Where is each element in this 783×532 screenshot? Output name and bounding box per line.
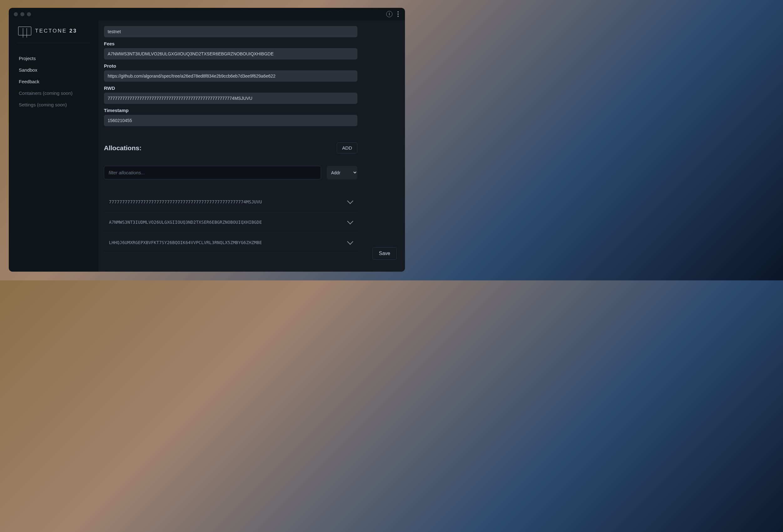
rwd-label: RWD (104, 86, 400, 91)
rwd-input[interactable] (104, 93, 357, 104)
sidebar-item-feedback[interactable]: Feedback (9, 76, 99, 87)
titlebar: i (9, 8, 405, 20)
close-window-icon[interactable] (14, 12, 18, 16)
proto-input[interactable] (104, 70, 357, 82)
allocations-title: Allocations: (104, 144, 142, 152)
allocation-address: 7777777777777777777777777777777777777777… (109, 199, 262, 205)
allocation-address: A7NMWS3NT3IUDMLVO26ULGXGIIOUQ3ND2TXSER6E… (109, 220, 262, 225)
chevron-down-icon (347, 239, 353, 245)
logo: TECTONE 23 (9, 27, 99, 43)
sidebar-item-settings: Settings (coming soon) (9, 99, 99, 111)
chevron-down-icon (347, 198, 353, 204)
app-window: i TECTONE 23 Projects Sandbox Feedback C… (9, 8, 405, 272)
titlebar-actions: i (386, 10, 400, 18)
allocation-row[interactable]: 7777777777777777777777777777777777777777… (104, 192, 357, 212)
filter-allocations-input[interactable] (104, 166, 321, 179)
add-allocation-button[interactable]: ADD (337, 143, 357, 153)
minimize-window-icon[interactable] (20, 12, 24, 16)
sort-select[interactable]: Addr (327, 166, 357, 179)
fees-label: Fees (104, 41, 400, 46)
logo-icon (18, 27, 31, 35)
timestamp-input[interactable] (104, 115, 357, 126)
logo-text: TECTONE 23 (35, 28, 77, 34)
fees-input[interactable] (104, 48, 357, 59)
sidebar-item-projects[interactable]: Projects (9, 53, 99, 64)
allocations-list: 7777777777777777777777777777777777777777… (104, 192, 357, 253)
fees-field-group: Fees (104, 41, 400, 59)
proto-field-group: Proto (104, 63, 400, 82)
sidebar-item-containers: Containers (coming soon) (9, 87, 99, 99)
window-controls (14, 12, 31, 16)
network-field-group (104, 26, 400, 37)
allocations-header: Allocations: ADD (104, 143, 357, 153)
main-content: Fees Proto RWD Timestamp Allocations: AD… (99, 20, 405, 272)
timestamp-label: Timestamp (104, 108, 400, 113)
divider (17, 43, 90, 43)
allocations-filter-row: Addr (104, 166, 357, 179)
kebab-menu-icon[interactable] (396, 10, 400, 18)
allocation-address: LHHQJ6UMXRGEPXBVFKT7SY26BQOIK64VVPCLVRL3… (109, 240, 262, 245)
maximize-window-icon[interactable] (27, 12, 31, 16)
rwd-field-group: RWD (104, 86, 400, 104)
allocation-row[interactable]: A7NMWS3NT3IUDMLVO26ULGXGIIOUQ3ND2TXSER6E… (104, 212, 357, 232)
info-icon[interactable]: i (386, 11, 393, 17)
allocation-row[interactable]: LHHQJ6UMXRGEPXBVFKT7SY26BQOIK64VVPCLVRL3… (104, 232, 357, 253)
app-body: TECTONE 23 Projects Sandbox Feedback Con… (9, 20, 405, 272)
proto-label: Proto (104, 63, 400, 68)
sidebar-item-sandbox[interactable]: Sandbox (9, 64, 99, 76)
save-button[interactable]: Save (372, 247, 397, 260)
chevron-down-icon (347, 218, 353, 224)
timestamp-field-group: Timestamp (104, 108, 400, 126)
sidebar: TECTONE 23 Projects Sandbox Feedback Con… (9, 20, 99, 272)
network-input[interactable] (104, 26, 357, 37)
sidebar-nav: Projects Sandbox Feedback Containers (co… (9, 50, 99, 114)
